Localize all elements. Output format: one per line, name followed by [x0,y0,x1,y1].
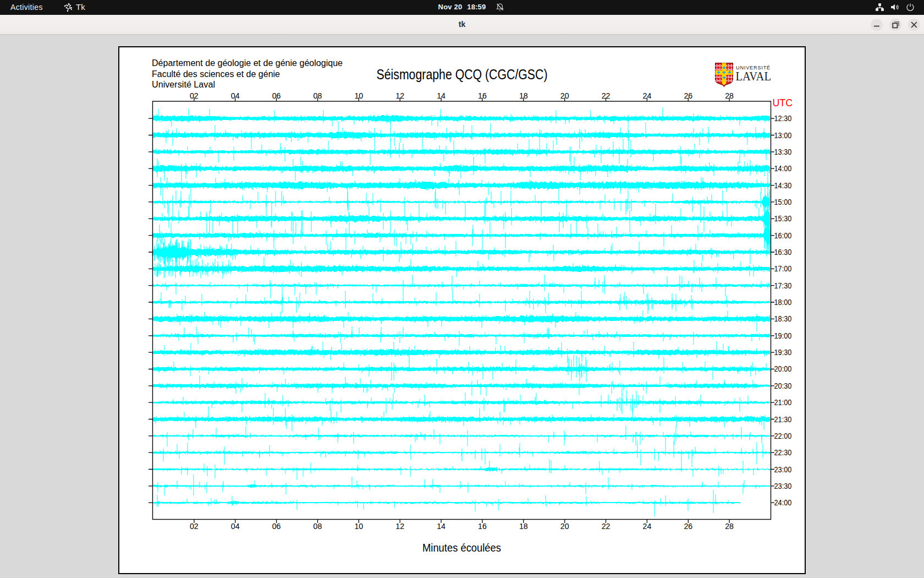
svg-text:22:30: 22:30 [774,448,792,457]
svg-text:10: 10 [354,522,363,531]
svg-text:15:00: 15:00 [774,198,792,206]
svg-text:06: 06 [272,522,281,531]
svg-text:28: 28 [725,522,734,531]
svg-text:18:30: 18:30 [774,314,792,323]
svg-text:19:30: 19:30 [774,348,792,357]
svg-text:08: 08 [314,522,322,531]
svg-text:24: 24 [643,91,652,100]
svg-text:Université Laval: Université Laval [152,80,215,89]
svg-text:18:00: 18:00 [774,298,792,307]
svg-text:16:30: 16:30 [774,248,792,257]
svg-text:20: 20 [560,91,569,100]
svg-text:02: 02 [190,91,199,100]
svg-text:08: 08 [314,91,322,100]
svg-text:16: 16 [478,522,487,531]
svg-text:12: 12 [395,91,404,100]
svg-text:02: 02 [190,522,199,531]
svg-text:19:00: 19:00 [774,331,792,340]
svg-text:14: 14 [437,522,446,531]
svg-text:Département de géologie et de: Département de géologie et de génie géol… [152,58,343,68]
svg-text:21:30: 21:30 [774,415,792,424]
svg-text:04: 04 [231,91,240,100]
svg-text:12: 12 [395,522,404,531]
svg-text:16: 16 [478,91,487,100]
svg-text:22: 22 [602,522,610,531]
svg-text:26: 26 [684,522,692,531]
svg-text:14:00: 14:00 [774,164,792,173]
svg-text:13:00: 13:00 [774,131,792,140]
svg-text:17:00: 17:00 [774,264,792,273]
svg-text:23:00: 23:00 [774,465,792,474]
svg-text:Faculté des sciences et de gén: Faculté des sciences et de génie [152,69,280,79]
svg-text:22: 22 [602,91,610,100]
svg-text:Minutes écoulées: Minutes écoulées [422,542,501,554]
svg-text:13:30: 13:30 [774,148,792,156]
svg-text:20:30: 20:30 [774,381,792,390]
svg-text:24: 24 [643,522,652,531]
svg-text:18: 18 [519,522,528,531]
svg-text:14:30: 14:30 [774,181,792,190]
svg-text:28: 28 [725,91,734,100]
svg-text:04: 04 [231,522,240,531]
svg-text:06: 06 [272,91,281,100]
svg-text:LAVAL: LAVAL [736,69,772,83]
svg-text:20: 20 [560,522,569,531]
svg-text:17:30: 17:30 [774,281,792,290]
svg-text:24:00: 24:00 [774,498,792,507]
svg-text:Séismographe QCQ (CGC/GSC): Séismographe QCQ (CGC/GSC) [377,67,548,82]
svg-text:15:30: 15:30 [774,214,792,223]
svg-text:14: 14 [437,91,446,100]
svg-text:12:30: 12:30 [774,114,792,123]
svg-text:23:30: 23:30 [774,482,792,490]
svg-text:26: 26 [684,91,692,100]
svg-text:UTC: UTC [773,97,793,108]
svg-text:10: 10 [354,91,363,100]
svg-text:21:00: 21:00 [774,398,792,407]
svg-text:18: 18 [519,91,528,100]
svg-text:16:00: 16:00 [774,231,792,240]
svg-text:22:00: 22:00 [774,432,792,440]
svg-text:20:00: 20:00 [774,364,792,373]
